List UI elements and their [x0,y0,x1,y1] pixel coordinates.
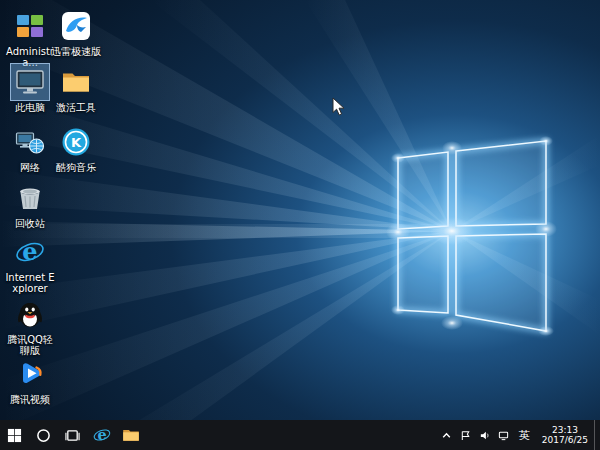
taskbar-button-start[interactable] [0,420,29,450]
desktop-icon-kugou-music[interactable]: K酷狗音乐 [50,124,102,173]
desktop-icon-label: 回收站 [4,218,56,229]
desktop-icon-label: 迅雷极速版 [50,46,102,57]
tray-date: 2017/6/25 [542,435,588,446]
flag-icon [460,430,471,441]
speaker-icon [479,430,490,441]
tray-time: 23:13 [542,425,588,436]
ie-e-icon: e [11,234,49,270]
desktop-icon-recycle-bin[interactable]: 回收站 [4,180,56,229]
network-icon [498,430,509,441]
ie-e-icon: e [93,426,111,444]
desktop-icon-label: 腾讯QQ轻聊版 [4,334,56,356]
network-tray-button[interactable] [494,420,513,450]
kugou-k-icon: K [57,124,95,160]
desktop-icon-label: 此电脑 [4,102,56,113]
tencent-video-play-icon [11,356,49,392]
desktop-icon-administrator-files[interactable]: Administra... [4,8,56,68]
cortana-circle-icon [36,428,51,443]
desktop-icon-activation-tools[interactable]: 激活工具 [50,64,102,113]
desktop-icon-label: 网络 [4,162,56,173]
desktop-icon-label: 激活工具 [50,102,102,113]
desktop-icon-network[interactable]: 网络 [4,124,56,173]
computer-monitor-icon [11,64,49,100]
taskbar-button-file-explorer[interactable] [116,420,145,450]
desktop-icon-thunder[interactable]: 迅雷极速版 [50,8,102,57]
desktop-icon-internet-explorer[interactable]: eInternet Explorer [4,234,56,294]
network-globe-icon [11,124,49,160]
desktop-icon-label: 腾讯视频 [4,394,56,405]
task-view-icon [65,428,80,443]
recycle-bin-icon [11,180,49,216]
taskbar-button-internet-explorer[interactable]: e [87,420,116,450]
desktop-icon-qq-lite[interactable]: 腾讯QQ轻聊版 [4,296,56,356]
svg-text:e: e [22,237,37,266]
qq-penguin-icon [11,296,49,332]
desktop-icon-grid: Administra...迅雷极速版此电脑激活工具网络K酷狗音乐回收站eInte… [4,0,124,420]
system-tray: 英 23:13 2017/6/25 [437,420,600,450]
svg-text:K: K [71,135,82,150]
desktop-icon-tencent-video[interactable]: 腾讯视频 [4,356,56,405]
show-desktop-button[interactable] [594,420,600,450]
desktop-icon-label: 酷狗音乐 [50,162,102,173]
folder-icon [57,64,95,100]
thunder-bird-icon [57,8,95,44]
windows-logo-icon [7,428,22,443]
windows-desktop: Administra...迅雷极速版此电脑激活工具网络K酷狗音乐回收站eInte… [0,0,600,450]
desktop-icon-this-pc[interactable]: 此电脑 [4,64,56,113]
volume-tray-button[interactable] [475,420,494,450]
taskbar-button-search[interactable] [29,420,58,450]
tray-clock[interactable]: 23:13 2017/6/25 [536,425,594,446]
chevron-up-icon [441,430,452,441]
desktop-icon-label: Internet Explorer [4,272,56,294]
action-center-tray-button[interactable] [456,420,475,450]
user-files-icon [11,8,49,44]
folder-icon [122,426,140,444]
taskbar-buttons: e [0,420,145,450]
taskbar-button-task-view[interactable] [58,420,87,450]
ime-language-indicator[interactable]: 英 [513,420,536,450]
taskbar: e [0,420,600,450]
tray-expand-button[interactable] [437,420,456,450]
